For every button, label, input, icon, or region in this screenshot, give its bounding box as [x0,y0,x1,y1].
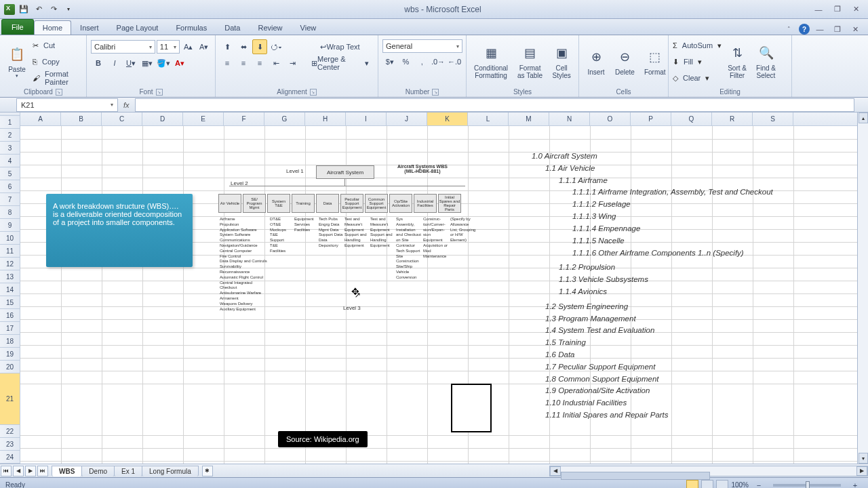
col-header-S[interactable]: S [753,113,793,125]
page-break-view-icon[interactable] [716,480,728,489]
clipboard-launcher-icon[interactable]: ↘ [56,89,62,96]
insert-cells-button[interactable]: ⊕Insert [583,37,609,87]
scroll-left-icon[interactable]: ◀ [550,466,561,476]
col-header-M[interactable]: M [509,113,549,125]
workbook-restore-icon[interactable]: ❐ [830,24,845,35]
increase-decimal-icon[interactable]: .0→ [431,54,446,69]
workbook-minimize-icon[interactable]: — [812,24,827,35]
row-header-2[interactable]: 2 [0,129,20,142]
italic-button[interactable]: I [107,56,122,70]
qat-save-icon[interactable]: 💾 [18,3,30,16]
font-launcher-icon[interactable]: ↘ [156,89,163,96]
source-caption[interactable]: Source: Wikipedia.org [278,431,368,447]
col-header-E[interactable]: E [183,113,224,125]
help-icon[interactable]: ? [799,24,810,35]
format-painter-button[interactable]: Format Painter [41,70,82,85]
fill-color-button[interactable]: 🪣▾ [156,56,171,70]
callout-textbox[interactable]: A work breakdown structure (WBS)…. is a … [46,194,193,267]
font-name-combo[interactable]: Calibri▾ [91,40,155,54]
qat-customize-icon[interactable]: ▾ [62,3,75,16]
col-header-L[interactable]: L [468,113,509,125]
row-header-1[interactable]: 1 [0,116,20,129]
minimize-ribbon-icon[interactable]: ˄ [781,24,796,35]
font-color-button[interactable]: A▾ [172,56,187,70]
paste-button[interactable]: 📋Paste▾ [4,37,30,87]
tab-view[interactable]: View [292,20,326,35]
tab-data[interactable]: Data [216,20,249,35]
tab-nav-next-icon[interactable]: ▶ [25,466,36,476]
delete-cells-button[interactable]: ⊖Delete [612,37,638,87]
format-as-table-button[interactable]: ▤Format as Table [514,37,546,87]
align-top-icon[interactable]: ⬆ [220,39,235,54]
row-header-22[interactable]: 22 [0,425,20,438]
row-header-13[interactable]: 13 [0,270,20,283]
row-header-23[interactable]: 23 [0,438,20,451]
col-header-C[interactable]: C [102,113,142,125]
row-header-14[interactable]: 14 [0,283,20,296]
increase-indent-icon[interactable]: ⇥ [285,56,300,70]
tab-page-layout[interactable]: Page Layout [108,20,167,35]
normal-view-icon[interactable] [686,480,698,489]
scroll-right-icon[interactable]: ▶ [856,466,867,476]
format-cells-button[interactable]: ⬚Format [641,37,669,87]
row-header-5[interactable]: 5 [0,167,20,180]
row-header-15[interactable]: 15 [0,296,20,309]
row-header-16[interactable]: 16 [0,309,20,322]
cell-styles-button[interactable]: ▣Cell Styles [549,37,574,87]
col-header-J[interactable]: J [387,113,427,125]
col-header-R[interactable]: R [712,113,753,125]
merge-center-button[interactable]: ⊞ Merge & Center ▾ [307,56,374,70]
col-header-F[interactable]: F [224,113,264,125]
col-header-K[interactable]: K [427,113,468,125]
col-header-N[interactable]: N [549,113,590,125]
page-layout-view-icon[interactable] [701,480,713,489]
comma-icon[interactable]: , [414,54,429,69]
name-box[interactable]: K21▾ [16,98,118,112]
increase-font-icon[interactable]: A▴ [181,39,195,54]
zoom-out-icon[interactable]: − [751,478,766,489]
col-header-B[interactable]: B [61,113,102,125]
col-header-H[interactable]: H [305,113,346,125]
align-middle-icon[interactable]: ⬌ [236,39,251,54]
col-header-O[interactable]: O [590,113,631,125]
align-center-icon[interactable]: ≡ [236,56,251,70]
vertical-scrollbar[interactable]: ▴ ▾ [857,113,868,464]
row-header-8[interactable]: 8 [0,206,20,219]
row-header-17[interactable]: 17 [0,322,20,335]
sheet-tab-long-formula[interactable]: Long Formula [142,466,199,476]
row-header-9[interactable]: 9 [0,219,20,232]
sheet-tab-demo[interactable]: Demo [81,466,115,476]
horizontal-scrollbar[interactable]: ◀ ▶ [549,466,868,476]
number-format-combo[interactable]: General▾ [382,39,462,53]
workbook-close-icon[interactable]: ✕ [848,24,863,35]
scroll-up-icon[interactable]: ▴ [859,113,868,123]
col-header-A[interactable]: A [20,113,61,125]
col-header-Q[interactable]: Q [671,113,712,125]
fx-icon[interactable]: fx [123,101,130,109]
row-header-19[interactable]: 19 [0,348,20,361]
col-header-P[interactable]: P [631,113,671,125]
row-header-4[interactable]: 4 [0,155,20,167]
row-header-20[interactable]: 20 [0,361,20,373]
tab-review[interactable]: Review [249,20,291,35]
restore-button[interactable]: ❐ [830,4,845,15]
close-button[interactable]: ✕ [849,4,864,15]
col-header-G[interactable]: G [264,113,305,125]
tab-insert[interactable]: Insert [71,20,108,35]
qat-undo-icon[interactable]: ↶ [33,3,45,16]
tab-nav-last-icon[interactable]: ⏭ [37,466,48,476]
sheet-tab-wbs[interactable]: WBS [52,466,82,476]
row-header-12[interactable]: 12 [0,258,20,270]
percent-icon[interactable]: % [399,54,414,69]
align-launcher-icon[interactable]: ↘ [310,89,317,96]
row-header-10[interactable]: 10 [0,232,20,245]
find-select-button[interactable]: 🔍Find & Select [753,37,779,87]
qat-redo-icon[interactable]: ↷ [47,3,60,16]
row-header-3[interactable]: 3 [0,142,20,155]
tab-file[interactable]: File [1,19,34,35]
zoom-in-icon[interactable]: + [848,478,863,489]
sheet-tab-ex-1[interactable]: Ex 1 [114,466,142,476]
row-header-6[interactable]: 6 [0,180,20,193]
bold-button[interactable]: B [91,56,106,70]
cut-button[interactable]: Cut [40,38,58,53]
